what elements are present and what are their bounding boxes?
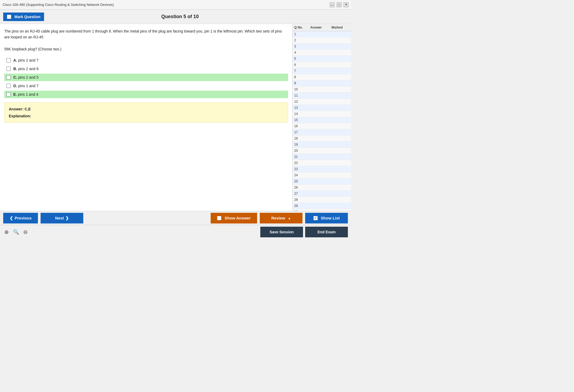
panel-row[interactable]: 5: [293, 56, 351, 62]
panel-row-marked: [330, 136, 351, 141]
right-panel: Q No. Answer Marked 12345678910111213141…: [292, 24, 351, 211]
panel-row-marked: [330, 69, 351, 73]
previous-button[interactable]: Previous: [3, 213, 38, 223]
panel-row-answer: [309, 210, 330, 211]
panel-row[interactable]: 30: [293, 209, 351, 211]
panel-row[interactable]: 10: [293, 86, 351, 93]
panel-header-qno: Q No.: [293, 25, 309, 30]
panel-row-answer: [309, 32, 330, 37]
show-list-icon: ✓: [313, 216, 318, 220]
panel-row[interactable]: 15: [293, 117, 351, 123]
panel-row[interactable]: 21: [293, 154, 351, 160]
panel-row-num: 19: [293, 142, 309, 147]
option-d[interactable]: D. pins 1 and 7: [4, 82, 288, 90]
review-caret-icon: ▲: [288, 216, 291, 220]
zoom-normal-button[interactable]: 🔍: [12, 228, 20, 235]
panel-row[interactable]: 8: [293, 74, 351, 80]
panel-row[interactable]: 12: [293, 99, 351, 105]
panel-row[interactable]: 22: [293, 160, 351, 166]
zoom-out-button[interactable]: ⊖: [22, 228, 29, 236]
panel-row-marked: [330, 154, 351, 159]
option-b[interactable]: B. pins 2 and 8: [4, 65, 288, 73]
panel-row-num: 14: [293, 111, 309, 116]
previous-label: Previous: [15, 216, 32, 220]
panel-row-answer: [309, 111, 330, 116]
app-title: Cisco 100-490 (Supporting Cisco Routing …: [3, 3, 114, 7]
review-button[interactable]: Review ▲: [260, 213, 302, 223]
panel-row[interactable]: 27: [293, 191, 351, 197]
minimize-button[interactable]: —: [330, 2, 335, 7]
close-button[interactable]: ✕: [344, 2, 348, 7]
option-d-checkbox[interactable]: [6, 84, 11, 88]
panel-row-num: 25: [293, 179, 309, 184]
option-a-checkbox[interactable]: [6, 58, 11, 62]
panel-row-answer: [309, 191, 330, 196]
panel-row-answer: [309, 173, 330, 178]
panel-row-num: 3: [293, 44, 309, 49]
mark-question-button[interactable]: Mark Question: [3, 13, 44, 21]
panel-row-num: 12: [293, 99, 309, 104]
panel-row[interactable]: 14: [293, 111, 351, 117]
next-icon: [65, 216, 69, 221]
show-answer-button[interactable]: Show Answer: [211, 213, 257, 223]
panel-row[interactable]: 17: [293, 129, 351, 135]
panel-row-num: 24: [293, 173, 309, 178]
panel-row[interactable]: 2: [293, 37, 351, 43]
panel-row[interactable]: 19: [293, 142, 351, 148]
panel-row-marked: [330, 93, 351, 98]
panel-row-marked: [330, 130, 351, 135]
panel-row-num: 27: [293, 191, 309, 196]
panel-row-num: 2: [293, 38, 309, 43]
panel-row-answer: [309, 185, 330, 190]
option-c-checkbox[interactable]: [6, 75, 11, 79]
restore-button[interactable]: □: [337, 2, 341, 7]
panel-row[interactable]: 13: [293, 105, 351, 111]
zoom-in-button[interactable]: ⊕: [3, 228, 10, 236]
option-d-text: D. pins 1 and 7: [13, 84, 38, 88]
panel-row-answer: [309, 124, 330, 129]
panel-row[interactable]: 20: [293, 148, 351, 154]
end-exam-button[interactable]: End Exam: [305, 227, 348, 237]
panel-row-num: 5: [293, 56, 309, 61]
question-text-part1: The pins on an RJ-45 cable plug are numb…: [4, 29, 282, 39]
panel-row[interactable]: 4: [293, 50, 351, 56]
panel-row[interactable]: 7: [293, 68, 351, 74]
panel-row-num: 1: [293, 32, 309, 37]
panel-list[interactable]: 1234567891011121314151617181920212223242…: [293, 31, 351, 211]
panel-row[interactable]: 3: [293, 43, 351, 50]
panel-row[interactable]: 16: [293, 123, 351, 129]
panel-row[interactable]: 23: [293, 166, 351, 172]
panel-row-marked: [330, 173, 351, 178]
panel-row-marked: [330, 124, 351, 129]
panel-row-num: 30: [293, 210, 309, 211]
panel-row[interactable]: 26: [293, 185, 351, 191]
panel-row-num: 13: [293, 105, 309, 110]
panel-row[interactable]: 6: [293, 62, 351, 68]
option-e-checkbox[interactable]: [6, 92, 11, 97]
panel-row[interactable]: 18: [293, 135, 351, 142]
panel-row-num: 10: [293, 87, 309, 92]
question-text-part2: 56K loopback plug? (Choose two.): [4, 47, 61, 51]
panel-row[interactable]: 25: [293, 178, 351, 185]
option-b-checkbox[interactable]: [6, 67, 11, 71]
panel-row-marked: [330, 203, 351, 208]
option-c[interactable]: C. pins 2 and 5: [4, 74, 288, 81]
option-a[interactable]: A. pins 2 and 7: [4, 57, 288, 64]
next-button[interactable]: Next: [41, 213, 83, 223]
panel-row-num: 21: [293, 154, 309, 159]
panel-row-answer: [309, 75, 330, 79]
panel-row[interactable]: 28: [293, 197, 351, 203]
panel-row[interactable]: 24: [293, 172, 351, 178]
panel-row[interactable]: 29: [293, 203, 351, 209]
panel-row[interactable]: 9: [293, 80, 351, 86]
panel-row[interactable]: 1: [293, 31, 351, 37]
main-layout: The pins on an RJ-45 cable plug are numb…: [0, 24, 351, 211]
panel-row-answer: [309, 38, 330, 43]
save-session-button[interactable]: Save Session: [260, 227, 303, 237]
panel-row[interactable]: 11: [293, 93, 351, 99]
panel-row-answer: [309, 56, 330, 61]
option-e[interactable]: E. pins 1 and 4: [4, 91, 288, 98]
panel-row-answer: [309, 197, 330, 202]
show-list-button[interactable]: ✓ Show List: [305, 213, 348, 223]
bottom-bar2: ⊕ 🔍 ⊖ Save Session End Exam: [0, 225, 351, 239]
